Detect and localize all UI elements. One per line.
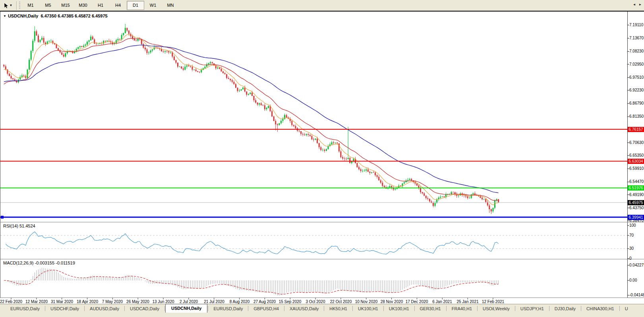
candle-body — [246, 91, 247, 95]
chart-tab-xauusd-daily[interactable]: XAUUSD,Daily — [285, 305, 323, 313]
timeframe-button-mn[interactable]: MN — [162, 1, 179, 10]
tab-divider — [45, 306, 45, 311]
chart-tab-usoil-weekly[interactable]: USOil,Weekly — [478, 305, 514, 313]
timeframe-button-d1[interactable]: D1 — [127, 1, 144, 10]
timeframe-button-h4[interactable]: H4 — [109, 1, 127, 10]
candle-body — [166, 51, 168, 51]
price-level-badge[interactable]: 6.39941 — [628, 215, 644, 220]
timeframe-toolbar: ▼ M1M5M15M30H1H4D1W1MN — [0, 0, 644, 11]
candle-body — [326, 149, 327, 151]
macd-axis-label[interactable]: 0.042275 — [629, 263, 644, 267]
current-price-badge[interactable]: 6.45975 — [628, 200, 644, 205]
toolbar-drag-handle[interactable] — [19, 2, 20, 10]
candle-body — [422, 192, 423, 193]
candle-body — [498, 199, 499, 202]
tab-divider — [84, 306, 85, 311]
price-axis-label[interactable]: 7.19110 — [629, 23, 643, 27]
tab-scroll-right-icon[interactable]: ► — [638, 2, 643, 8]
chart-tab-fra40-h1[interactable]: FRA40,H1 — [447, 305, 477, 313]
candle-body — [89, 40, 90, 42]
candle-body — [12, 78, 14, 79]
rsi-axis-label[interactable]: 0 — [629, 256, 632, 261]
tab-divider — [164, 306, 165, 311]
candle-body — [31, 51, 32, 60]
timeframe-button-m15[interactable]: M15 — [57, 1, 74, 10]
price-axis-label[interactable]: 7.13670 — [629, 36, 644, 40]
rsi-axis-label[interactable]: 100 — [629, 223, 636, 228]
chart-tab-usdcnh-daily[interactable]: USDCNH,Daily — [165, 304, 207, 313]
chart-tab-usdjpy-h1[interactable]: USDJPY,H1 — [516, 305, 549, 313]
candle-body — [83, 46, 84, 47]
timeframe-button-m5[interactable]: M5 — [39, 1, 57, 10]
chart-tab-uk100-h1[interactable]: UK100,H1 — [353, 305, 383, 313]
price-level-badge[interactable]: 6.76157 — [628, 127, 644, 132]
tab-scroll-left-icon[interactable]: ◄ — [632, 2, 637, 8]
candle-body — [440, 197, 441, 198]
rsi-axis-label[interactable]: 70 — [629, 233, 634, 237]
rsi-axis-label[interactable]: 30 — [629, 246, 634, 251]
line-drag-handle[interactable] — [1, 216, 4, 219]
chart-tab-uk100-h1[interactable]: UK100,H1 — [384, 305, 414, 313]
chart-canvas[interactable] — [0, 12, 644, 305]
candle-body — [375, 173, 376, 175]
timeframe-button-m1[interactable]: M1 — [22, 1, 39, 10]
candle-body — [204, 67, 205, 68]
price-axis-label[interactable]: 6.59910 — [629, 166, 644, 171]
candle-body — [465, 196, 466, 196]
timeframe-button-m30[interactable]: M30 — [74, 1, 92, 10]
price-axis-label[interactable]: 6.49190 — [629, 193, 644, 197]
price-axis-label[interactable]: 6.97510 — [629, 75, 644, 80]
price-axis-label[interactable]: 6.54470 — [629, 179, 644, 184]
ma-line-mid[interactable] — [4, 39, 499, 200]
candle-body — [230, 79, 231, 80]
price-axis-label[interactable]: 6.70630 — [629, 140, 644, 145]
candle-body — [382, 183, 383, 186]
candle-body — [489, 205, 490, 209]
chart-tab-gbpusd-h4[interactable]: GBPUSD,H4 — [249, 305, 284, 313]
cursor-tool-button[interactable]: ▼ — [1, 1, 15, 10]
candle-body — [404, 182, 405, 183]
chart-tab-eurusd-daily[interactable]: EURUSD,Daily — [209, 305, 248, 313]
chart-dropdown-icon[interactable]: ▼ — [3, 14, 6, 18]
price-axis-label[interactable]: 6.81350 — [629, 114, 644, 119]
chart-tab-hk50-h1[interactable]: HK50,H1 — [325, 305, 352, 313]
price-axis-label[interactable]: 7.08230 — [629, 49, 644, 53]
candle-body — [170, 52, 171, 53]
tab-divider — [208, 306, 208, 311]
chart-tab-u[interactable]: U — [620, 305, 633, 313]
candle-body — [177, 63, 178, 67]
candle-body — [273, 117, 275, 121]
macd-axis-label[interactable]: -0.04148 — [629, 293, 644, 297]
candle-body — [94, 39, 95, 43]
ma-line-fast[interactable] — [4, 35, 499, 205]
candle-body — [58, 48, 59, 50]
candle-body — [443, 196, 445, 197]
price-axis-label[interactable]: 7.02950 — [629, 62, 644, 66]
chart-tab-audusd-daily[interactable]: AUDUSD,Daily — [85, 305, 124, 313]
tab-divider — [414, 306, 415, 311]
price-level-badge[interactable]: 6.51976 — [628, 185, 644, 191]
chart-tab-usdcad-daily[interactable]: USDCAD,Daily — [125, 305, 164, 313]
ma-line-slow[interactable] — [4, 45, 499, 193]
price-axis-label[interactable]: 6.92230 — [629, 88, 644, 92]
tab-divider — [383, 306, 384, 311]
chart-tab-dj30-daily[interactable]: DJ30,Daily — [550, 305, 580, 313]
price-axis-label[interactable]: 6.65350 — [629, 153, 644, 158]
candle-body — [241, 89, 242, 91]
candle-body — [346, 159, 347, 159]
price-level-badge[interactable]: 6.63034 — [628, 159, 644, 164]
macd-axis-label[interactable]: 0.00 — [629, 278, 637, 282]
candle-body — [377, 175, 378, 177]
price-axis-label[interactable]: 6.43750 — [629, 206, 644, 210]
timeframe-button-h1[interactable]: H1 — [92, 1, 109, 10]
candle-body — [179, 66, 180, 67]
chart-tab-eurusd-daily[interactable]: EURUSD,Daily — [6, 305, 44, 313]
price-axis-label[interactable]: 6.86790 — [629, 101, 644, 105]
candle-body — [483, 199, 485, 199]
rsi-line[interactable] — [6, 232, 498, 254]
chart-tab-usdchf-daily[interactable]: USDCHF,Daily — [46, 305, 84, 313]
timeframe-button-w1[interactable]: W1 — [144, 1, 162, 10]
chart-tab-ger30-h1[interactable]: GER30,H1 — [415, 305, 446, 313]
chart-tab-china300-h1[interactable]: CHINA300,H1 — [582, 305, 619, 313]
date-axis-label[interactable]: 12 Feb 2021 — [476, 299, 510, 304]
